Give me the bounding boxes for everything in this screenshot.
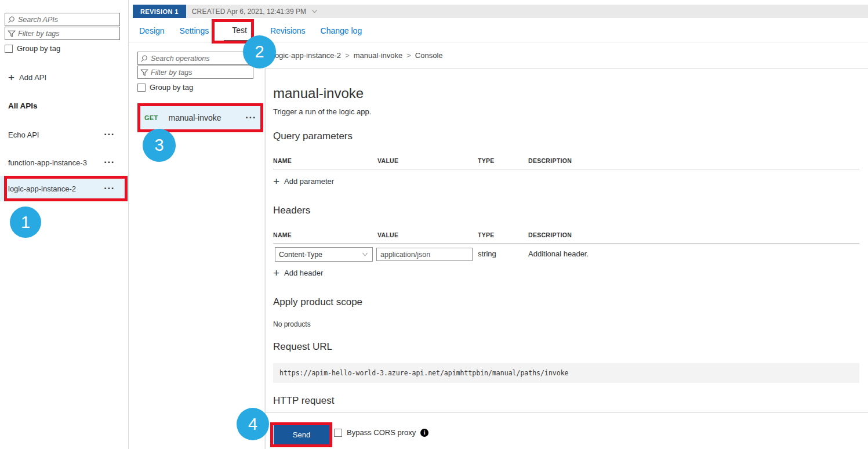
tab-settings[interactable]: Settings (180, 18, 209, 42)
tab-revisions[interactable]: Revisions (270, 18, 306, 42)
all-apis-heading: All APIs (8, 102, 38, 110)
chevron-down-icon[interactable] (311, 8, 318, 15)
bypass-cors-row: Bypass CORS proxy (334, 428, 428, 437)
ops-group-by-tag-checkbox[interactable] (137, 84, 146, 92)
breadcrumb-console: Console (415, 51, 443, 60)
col-description: DESCRIPTION (528, 231, 572, 238)
chevron-down-icon (361, 251, 369, 258)
created-value: Apr 6, 2021, 12:41:39 PM (227, 8, 306, 16)
group-by-tag-row: Group by tag (5, 44, 60, 53)
http-method-get: GET (144, 114, 158, 121)
step-badge-1: 1 (10, 207, 41, 238)
sidebar-item-logic-app-instance-2[interactable]: logic-app-instance-2 ... (0, 176, 128, 201)
revision-created-dropdown[interactable]: CREATED Apr 6, 2021, 12:41:39 PM (192, 8, 306, 16)
http-request-heading: HTTP request (273, 395, 335, 407)
group-by-tag-checkbox[interactable] (5, 45, 13, 53)
col-value: VALUE (377, 157, 398, 164)
api-label: Echo API (8, 131, 39, 139)
col-type: TYPE (478, 231, 495, 238)
add-header-label: Add header (284, 269, 323, 277)
header-value-input[interactable] (376, 248, 473, 261)
breadcrumb-operation[interactable]: manual-invoke (354, 51, 403, 60)
filter-icon (8, 30, 16, 38)
more-options-icon[interactable]: ... (104, 158, 115, 162)
operation-title: manual-invoke (273, 85, 364, 102)
more-options-icon[interactable]: ... (245, 113, 256, 118)
ops-filter-tags-input[interactable] (151, 68, 250, 77)
col-type: TYPE (478, 157, 495, 164)
group-by-tag-label: Group by tag (17, 44, 60, 53)
filter-icon (140, 68, 148, 77)
step-badge-2: 2 (243, 35, 276, 68)
filter-tags-box[interactable] (5, 27, 120, 40)
search-icon (140, 55, 148, 63)
bypass-cors-checkbox[interactable] (334, 429, 342, 437)
ops-filter-tags-box[interactable] (137, 66, 253, 79)
plus-icon: + (273, 178, 279, 186)
query-parameters-heading: Query parameters (273, 131, 353, 142)
headers-header-row: NAME VALUE TYPE DESCRIPTION (273, 230, 859, 244)
plus-icon: + (8, 74, 14, 82)
ops-group-by-tag-row: Group by tag (137, 83, 193, 92)
breadcrumb: logic-app-instance-2manual-invokeConsole (273, 42, 443, 68)
query-parameters-header-row: NAME VALUE TYPE DESCRIPTION (273, 156, 859, 169)
api-label: logic-app-instance-2 (8, 184, 76, 193)
add-parameter-button[interactable]: + Add parameter (273, 177, 334, 186)
add-parameter-label: Add parameter (284, 177, 334, 186)
divider (266, 68, 868, 69)
header-type: string (478, 249, 496, 258)
tab-design[interactable]: Design (139, 18, 165, 42)
created-label: CREATED (192, 8, 226, 16)
request-url-box: https://apim-hello-world-3.azure-api.net… (273, 363, 859, 383)
search-operations-input[interactable] (151, 55, 250, 63)
api-label: function-app-instance-3 (8, 158, 87, 167)
header-name-value: Content-Type (279, 251, 322, 259)
product-scope-heading: Apply product scope (273, 296, 362, 308)
breadcrumb-api[interactable]: logic-app-instance-2 (273, 51, 341, 60)
info-icon (420, 429, 428, 437)
request-url-value: https://apim-hello-world-3.azure-api.net… (279, 369, 569, 377)
plus-icon: + (273, 269, 279, 277)
col-value: VALUE (377, 231, 398, 238)
operation-description: Trigger a run of the logic app. (273, 107, 371, 116)
step-badge-3: 3 (143, 129, 176, 162)
more-options-icon[interactable]: ... (104, 130, 115, 135)
product-scope-value: No products (273, 320, 311, 328)
divider (266, 412, 868, 412)
header-row-content-type: Content-Type string Additional header. (273, 247, 859, 262)
breadcrumb-separator (341, 51, 354, 60)
operation-item-manual-invoke[interactable]: GET manual-invoke ... (137, 103, 263, 132)
operations-panel: Group by tag GET manual-invoke ... (129, 42, 264, 449)
operation-name: manual-invoke (169, 113, 246, 122)
request-url-heading: Request URL (273, 341, 332, 353)
sidebar-item-function-app-instance-3[interactable]: function-app-instance-3 ... (0, 157, 128, 168)
add-header-button[interactable]: + Add header (273, 269, 323, 277)
send-button[interactable]: Send (274, 425, 329, 444)
breadcrumb-separator (402, 51, 415, 60)
revision-badge: REVISION 1 (133, 5, 186, 18)
ops-group-by-tag-label: Group by tag (150, 83, 193, 92)
test-console: logic-app-instance-2manual-invokeConsole… (265, 42, 868, 449)
col-description: DESCRIPTION (528, 157, 572, 164)
search-apis-input[interactable] (18, 16, 117, 24)
tab-change-log[interactable]: Change log (321, 18, 362, 42)
bypass-cors-label: Bypass CORS proxy (347, 428, 416, 437)
more-options-icon[interactable]: ... (104, 184, 115, 189)
col-name: NAME (273, 231, 292, 238)
api-tabs: Design Settings Test Revisions Change lo… (129, 18, 868, 42)
step-badge-4: 4 (237, 408, 269, 440)
headers-heading: Headers (273, 205, 310, 216)
search-apis-box[interactable] (5, 13, 120, 26)
header-name-select[interactable]: Content-Type (275, 247, 373, 262)
col-name: NAME (273, 157, 292, 164)
sidebar-item-echo-api[interactable]: Echo API ... (0, 129, 128, 140)
filter-tags-input[interactable] (18, 30, 117, 38)
search-icon (8, 16, 16, 24)
add-api-label: Add API (19, 73, 46, 82)
add-api-button[interactable]: + Add API (8, 73, 46, 82)
search-operations-box[interactable] (137, 52, 253, 65)
header-description: Additional header. (528, 249, 589, 258)
revision-bar: REVISION 1 CREATED Apr 6, 2021, 12:41:39… (133, 5, 868, 18)
